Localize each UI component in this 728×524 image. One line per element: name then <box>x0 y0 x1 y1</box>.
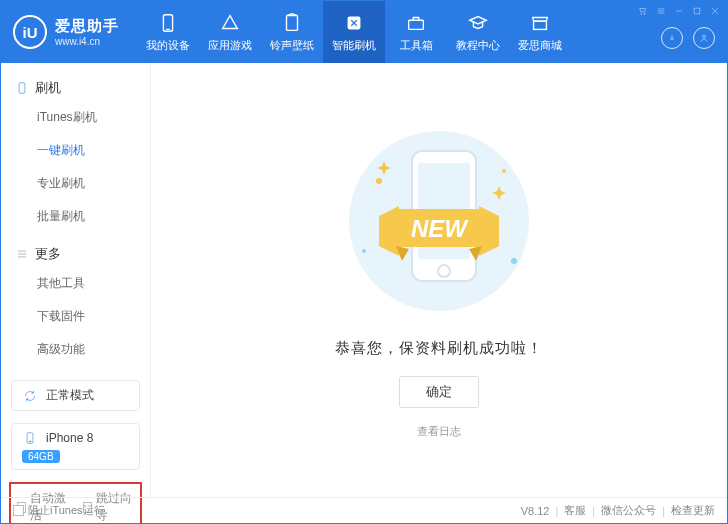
new-banner-text: NEW <box>411 215 469 242</box>
svg-rect-4 <box>409 20 424 29</box>
sidebar-item-download-fw[interactable]: 下载固件 <box>1 300 150 333</box>
device-name: iPhone 8 <box>46 431 93 445</box>
group-title: 刷机 <box>35 79 61 97</box>
logo-icon: iU <box>13 15 47 49</box>
sidebar-item-pro-flash[interactable]: 专业刷机 <box>1 167 150 200</box>
header-nav: 我的设备 应用游戏 铃声壁纸 智能刷机 工具箱 教程中心 爱思商城 <box>137 1 571 63</box>
nav-ringtones[interactable]: 铃声壁纸 <box>261 1 323 63</box>
ok-button[interactable]: 确定 <box>399 376 479 408</box>
note-icon <box>281 12 303 34</box>
svg-rect-16 <box>19 83 25 94</box>
svg-rect-2 <box>287 15 298 30</box>
svg-point-15 <box>703 35 706 38</box>
nav-apps[interactable]: 应用游戏 <box>199 1 261 63</box>
nav-my-device[interactable]: 我的设备 <box>137 1 199 63</box>
appstore-icon <box>219 12 241 34</box>
menu-icon[interactable] <box>655 5 667 17</box>
sidebar-group-header: 刷机 <box>1 75 150 101</box>
main-area: 刷机 iTunes刷机 一键刷机 专业刷机 批量刷机 更多 其他工具 下载固件 … <box>1 63 727 497</box>
statusbar-left: 阻止iTunes运行 <box>13 503 105 518</box>
checkbox-icon <box>13 505 24 516</box>
header-right-buttons <box>661 27 715 49</box>
support-link[interactable]: 客服 <box>564 503 586 518</box>
svg-rect-12 <box>694 8 700 14</box>
nav-label: 教程中心 <box>456 38 500 53</box>
maximize-icon[interactable] <box>691 5 703 17</box>
update-link[interactable]: 检查更新 <box>671 503 715 518</box>
refresh-icon <box>22 388 38 404</box>
nav-tutorial[interactable]: 教程中心 <box>447 1 509 63</box>
nav-label: 我的设备 <box>146 38 190 53</box>
nav-label: 铃声壁纸 <box>270 38 314 53</box>
phone-icon <box>15 81 29 95</box>
svg-rect-5 <box>534 21 547 29</box>
menu-icon <box>15 247 29 261</box>
sidebar-group-flash: 刷机 iTunes刷机 一键刷机 专业刷机 批量刷机 <box>1 75 150 233</box>
flash-icon <box>343 12 365 34</box>
download-button[interactable] <box>661 27 683 49</box>
brand-text: 爱思助手 www.i4.cn <box>55 17 119 47</box>
svg-point-25 <box>362 249 366 253</box>
storage-badge: 64GB <box>22 450 60 463</box>
svg-point-6 <box>641 14 642 15</box>
user-button[interactable] <box>693 27 715 49</box>
sidebar-group-header: 更多 <box>1 241 150 267</box>
brand-site: www.i4.cn <box>55 36 119 47</box>
store-icon <box>529 12 551 34</box>
svg-point-26 <box>511 258 517 264</box>
iphone-icon <box>22 430 38 446</box>
device-indicator[interactable]: iPhone 8 64GB <box>11 423 140 470</box>
window-controls <box>637 5 721 17</box>
nav-store[interactable]: 爱思商城 <box>509 1 571 63</box>
content-pane: NEW 恭喜您，保资料刷机成功啦！ 确定 查看日志 <box>151 63 727 497</box>
nav-label: 应用游戏 <box>208 38 252 53</box>
block-itunes-checkbox[interactable]: 阻止iTunes运行 <box>13 503 105 518</box>
app-header: iU 爱思助手 www.i4.cn 我的设备 应用游戏 铃声壁纸 智能刷机 工具… <box>1 1 727 63</box>
toolbox-icon <box>405 12 427 34</box>
nav-toolbox[interactable]: 工具箱 <box>385 1 447 63</box>
sidebar-group-more: 更多 其他工具 下载固件 高级功能 <box>1 241 150 366</box>
version-label: V8.12 <box>521 505 550 517</box>
mode-label: 正常模式 <box>46 387 94 404</box>
graduation-icon <box>467 12 489 34</box>
svg-point-21 <box>29 441 30 442</box>
sidebar-item-itunes-flash[interactable]: iTunes刷机 <box>1 101 150 134</box>
checkbox-label: 阻止iTunes运行 <box>28 503 105 518</box>
mode-indicator[interactable]: 正常模式 <box>11 380 140 411</box>
sidebar: 刷机 iTunes刷机 一键刷机 专业刷机 批量刷机 更多 其他工具 下载固件 … <box>1 63 151 497</box>
success-illustration: NEW <box>324 121 554 321</box>
view-log-link[interactable]: 查看日志 <box>417 424 461 439</box>
group-title: 更多 <box>35 245 61 263</box>
cart-icon[interactable] <box>637 5 649 17</box>
nav-flash[interactable]: 智能刷机 <box>323 1 385 63</box>
status-bar: 阻止iTunes运行 V8.12 | 客服 | 微信公众号 | 检查更新 <box>1 497 727 523</box>
wechat-link[interactable]: 微信公众号 <box>601 503 656 518</box>
svg-point-23 <box>376 178 382 184</box>
nav-label: 工具箱 <box>400 38 433 53</box>
brand-name: 爱思助手 <box>55 17 119 36</box>
nav-label: 爱思商城 <box>518 38 562 53</box>
sidebar-item-batch-flash[interactable]: 批量刷机 <box>1 200 150 233</box>
sidebar-item-onekey-flash[interactable]: 一键刷机 <box>1 134 150 167</box>
close-icon[interactable] <box>709 5 721 17</box>
svg-point-7 <box>644 14 645 15</box>
device-icon <box>157 12 179 34</box>
congrats-text: 恭喜您，保资料刷机成功啦！ <box>335 339 543 358</box>
svg-point-24 <box>502 169 506 173</box>
statusbar-right: V8.12 | 客服 | 微信公众号 | 检查更新 <box>521 503 715 518</box>
brand-block: iU 爱思助手 www.i4.cn <box>1 15 137 49</box>
sidebar-item-other-tools[interactable]: 其他工具 <box>1 267 150 300</box>
nav-label: 智能刷机 <box>332 38 376 53</box>
minimize-icon[interactable] <box>673 5 685 17</box>
sidebar-item-advanced[interactable]: 高级功能 <box>1 333 150 366</box>
